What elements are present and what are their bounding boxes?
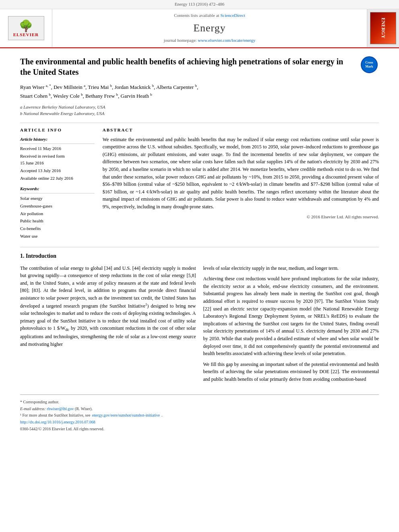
keyword-2: Greenhouse-gases (20, 202, 95, 210)
article-info-col: Article Info Article history: Received 1… (20, 127, 95, 240)
introduction-section: 1. Introduction The contribution of sola… (20, 247, 379, 386)
elsevier-label: ELSEVIER (13, 32, 39, 38)
article-content: The environmental and public health bene… (0, 48, 399, 441)
crossmark-badge: CrossMark (361, 56, 379, 74)
homepage-text: journal homepage: (164, 38, 197, 43)
journal-center: Contents lists available at ScienceDirec… (52, 9, 367, 47)
intro-left-col: The contribution of solar energy to glob… (20, 265, 196, 386)
homepage-link[interactable]: www.elsevier.com/locate/energy (198, 38, 255, 43)
accepted-date: Accepted 13 July 2016 (20, 167, 95, 175)
section-divider (20, 123, 379, 123)
footnote-1: ¹ For more about the SunShot Initiative,… (20, 413, 379, 419)
intro-right-col: levels of solar electricity supply in th… (203, 265, 379, 386)
journal-thumbnail: ENERGY (367, 9, 399, 47)
authors-line: Ryan Wiser a, *, Dev Millstein a, Trieu … (20, 83, 379, 101)
intro-heading: 1. Introduction (20, 252, 379, 260)
available-online-date: Available online 22 July 2016 (20, 175, 95, 182)
doi-link[interactable]: http://dx.doi.org/10.1016/j.energy.2016.… (20, 420, 95, 424)
journal-header: Energy 113 (2016) 472–486 🌳 ELSEVIER Con… (0, 0, 399, 48)
page-wrapper: Energy 113 (2016) 472–486 🌳 ELSEVIER Con… (0, 0, 399, 441)
intro-para-2: levels of solar electricity supply in th… (203, 265, 379, 272)
affiliations: a Lawrence Berkeley National Laboratory,… (20, 104, 379, 117)
keyword-1: Solar energy (20, 195, 95, 202)
logo-box: 🌳 ELSEVIER (8, 16, 44, 40)
logo-tree-icon: 🌳 (19, 21, 33, 32)
affiliation-b: b National Renewable Energy Laboratory, … (20, 110, 379, 117)
keywords-section: Keywords: Solar energy Greenhouse-gases … (20, 186, 95, 240)
crossmark-label: CrossMark (365, 61, 373, 68)
issn-line: 0360-5442/© 2016 Elsevier Ltd. All right… (20, 426, 379, 432)
received-date: Received 11 May 2016 (20, 145, 95, 152)
energy-label: ENERGY (380, 18, 387, 38)
citation-bar: Energy 113 (2016) 472–486 (0, 0, 399, 9)
elsevier-logo: 🌳 ELSEVIER (8, 16, 44, 40)
intro-para-3: Achieving these cost reductions would ha… (203, 275, 379, 357)
article-title: The environmental and public health bene… (20, 56, 355, 77)
intro-left-text: The contribution of solar energy to glob… (20, 265, 196, 348)
email-link[interactable]: rhwiser@lbl.gov (47, 407, 74, 411)
footnote1-suffix: . (162, 413, 163, 419)
abstract-text: We estimate the environmental and public… (103, 136, 379, 211)
crossmark-icon: CrossMark (361, 56, 378, 73)
article-info-box: Article history: Received 11 May 2016 Re… (20, 136, 95, 182)
keywords-list: Solar energy Greenhouse-gases Air pollut… (20, 195, 95, 240)
abstract-heading: ABSTRACT (103, 127, 379, 134)
history-label: Article history: (20, 136, 95, 144)
article-footer: * Corresponding author. E-mail address: … (20, 394, 379, 432)
journal-header-top: 🌳 ELSEVIER Contents lists available at S… (0, 9, 399, 47)
email-line: E-mail address: rhwiser@lbl.gov (R. Wise… (20, 406, 379, 412)
authors-text: Ryan Wiser a, *, Dev Millstein a, Trieu … (20, 84, 198, 99)
sciencedirect-anchor[interactable]: ScienceDirect (220, 13, 245, 18)
article-info-heading: Article Info (20, 127, 95, 134)
keywords-label: Keywords: (20, 186, 95, 193)
intro-two-col: The contribution of solar energy to glob… (20, 265, 379, 386)
science-direct-link: Contents lists available at ScienceDirec… (174, 12, 245, 19)
info-abstract-columns: Article Info Article history: Received 1… (20, 127, 379, 240)
affiliation-a: a Lawrence Berkeley National Laboratory,… (20, 104, 379, 111)
abstract-col: ABSTRACT We estimate the environmental a… (103, 127, 379, 240)
email-name: (R. Wiser). (75, 407, 93, 411)
footnote1-text: ¹ For more about the SunShot Initiative,… (20, 413, 90, 419)
intro-para-4: We fill this gap by assessing an importa… (203, 361, 379, 383)
keyword-4: Public health (20, 217, 95, 225)
corresponding-author: * Corresponding author. (20, 399, 379, 405)
article-title-section: The environmental and public health bene… (20, 56, 379, 77)
copyright-line: © 2016 Elsevier Ltd. All rights reserved… (103, 214, 379, 220)
journal-thumb-image: ENERGY (370, 12, 396, 44)
doi-line: http://dx.doi.org/10.1016/j.energy.2016.… (20, 419, 379, 425)
sciencedirect-text: Contents lists available at (174, 13, 219, 18)
email-label: E-mail address: (20, 407, 46, 411)
intro-right-text: levels of solar electricity supply in th… (203, 265, 379, 383)
footnote1-link[interactable]: energy.gov/eere/sunshot/sunshot-initiati… (92, 413, 160, 419)
keyword-3: Air pollution (20, 210, 95, 218)
intro-para-1: The contribution of solar energy to glob… (20, 265, 196, 348)
received-revised-date: Received in revised form15 June 2016 (20, 153, 95, 167)
elsevier-logo-area: 🌳 ELSEVIER (0, 9, 52, 47)
keyword-6: Water use (20, 232, 95, 240)
keyword-5: Co-benefits (20, 225, 95, 232)
journal-name: Energy (193, 21, 226, 36)
citation-text: Energy 113 (2016) 472–486 (175, 2, 224, 6)
journal-homepage: journal homepage: www.elsevier.com/locat… (164, 37, 255, 44)
